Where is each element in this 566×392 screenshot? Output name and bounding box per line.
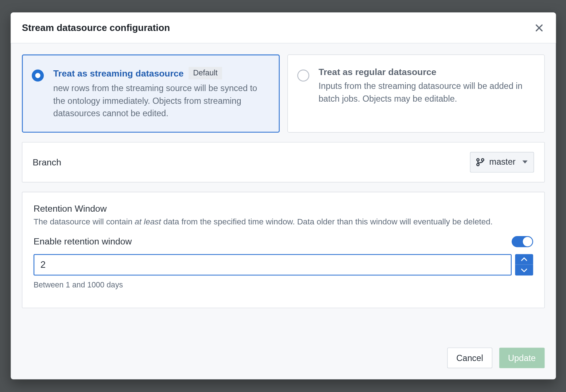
svg-point-2 — [477, 163, 479, 165]
svg-point-1 — [481, 158, 484, 161]
branch-icon — [476, 157, 485, 167]
cancel-button-label: Cancel — [456, 353, 483, 363]
retention-panel: Retention Window The datasource will con… — [22, 192, 545, 308]
toggle-knob — [523, 237, 532, 246]
modal-title: Stream datasource configuration — [22, 22, 170, 34]
retention-helper: Between 1 and 1000 days — [34, 281, 533, 290]
svg-point-0 — [477, 158, 479, 161]
retention-subtitle-em: at least — [135, 217, 161, 226]
retention-title: Retention Window — [34, 203, 533, 213]
modal-dialog: Stream datasource configuration Treat as… — [11, 12, 556, 379]
option-streaming-desc: new rows from the streaming source will … — [53, 82, 266, 120]
option-regular-title: Treat as regular datasource — [318, 67, 436, 77]
stepper-up[interactable] — [515, 254, 533, 265]
retention-subtitle-before: The datasource will contain — [34, 217, 135, 226]
chevron-down-icon — [521, 268, 527, 273]
default-badge: Default — [189, 67, 222, 79]
branch-label: Branch — [33, 157, 61, 167]
stepper-down[interactable] — [515, 265, 533, 275]
option-regular-desc: Inputs from the streaming datasource wil… — [318, 80, 531, 105]
update-button-label: Update — [508, 353, 536, 363]
option-streaming-title-row: Treat as streaming datasource Default — [53, 67, 266, 79]
option-regular-title-row: Treat as regular datasource — [318, 67, 531, 77]
branch-selected-value: master — [489, 157, 516, 167]
cancel-button[interactable]: Cancel — [447, 348, 492, 368]
option-streaming-text: Treat as streaming datasource Default ne… — [53, 67, 266, 120]
chevron-down-icon — [522, 161, 527, 164]
option-streaming-title: Treat as streaming datasource — [53, 68, 183, 78]
radio-selected-icon — [32, 70, 44, 82]
retention-value-input[interactable] — [34, 254, 512, 275]
radio-unselected-icon — [297, 70, 309, 82]
retention-subtitle: The datasource will contain at least dat… — [34, 217, 533, 227]
retention-value-row — [34, 254, 533, 275]
update-button[interactable]: Update — [499, 348, 544, 368]
branch-select[interactable]: master — [470, 152, 534, 173]
modal-body: Treat as streaming datasource Default ne… — [11, 43, 556, 348]
chevron-up-icon — [521, 257, 527, 262]
retention-stepper[interactable] — [515, 254, 533, 275]
retention-subtitle-after: data from the specified time window. Dat… — [161, 217, 492, 226]
branch-panel: Branch master — [22, 142, 545, 183]
modal-header: Stream datasource configuration — [11, 12, 556, 43]
modal-footer: Cancel Update — [11, 348, 556, 379]
datasource-mode-options: Treat as streaming datasource Default ne… — [22, 55, 545, 133]
close-icon[interactable] — [534, 22, 545, 34]
option-streaming[interactable]: Treat as streaming datasource Default ne… — [22, 55, 279, 133]
option-regular[interactable]: Treat as regular datasource Inputs from … — [287, 55, 544, 133]
option-regular-text: Treat as regular datasource Inputs from … — [318, 67, 531, 120]
retention-enable-label: Enable retention window — [34, 236, 132, 247]
retention-toggle[interactable] — [512, 236, 533, 247]
retention-enable-row: Enable retention window — [34, 236, 533, 247]
